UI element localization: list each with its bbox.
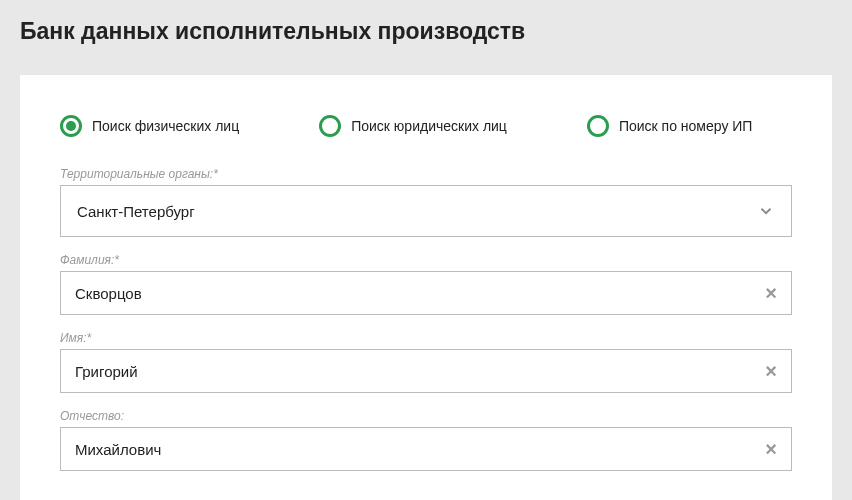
clear-icon[interactable]: × <box>751 438 791 461</box>
radio-label: Поиск юридических лиц <box>351 118 507 134</box>
territory-select[interactable]: Санкт-Петербург <box>60 185 792 237</box>
search-type-radio-group: Поиск физических лиц Поиск юридических л… <box>60 115 792 137</box>
radio-icon <box>319 115 341 137</box>
radio-label: Поиск по номеру ИП <box>619 118 753 134</box>
radio-icon <box>60 115 82 137</box>
firstname-input[interactable] <box>61 351 751 392</box>
header-area: Банк данных исполнительных производств <box>0 0 852 75</box>
radio-label: Поиск физических лиц <box>92 118 239 134</box>
firstname-input-wrapper: × <box>60 349 792 393</box>
radio-icon <box>587 115 609 137</box>
firstname-group: Имя:* × <box>60 331 792 393</box>
form-panel: Поиск физических лиц Поиск юридических л… <box>20 75 832 500</box>
radio-search-individuals[interactable]: Поиск физических лиц <box>60 115 239 137</box>
lastname-label: Фамилия:* <box>60 253 792 267</box>
patronymic-label: Отчество: <box>60 409 792 423</box>
clear-icon[interactable]: × <box>751 282 791 305</box>
lastname-group: Фамилия:* × <box>60 253 792 315</box>
patronymic-group: Отчество: × <box>60 409 792 471</box>
patronymic-input-wrapper: × <box>60 427 792 471</box>
clear-icon[interactable]: × <box>751 360 791 383</box>
lastname-input-wrapper: × <box>60 271 792 315</box>
firstname-label: Имя:* <box>60 331 792 345</box>
page-title: Банк данных исполнительных производств <box>20 18 832 45</box>
lastname-input[interactable] <box>61 273 751 314</box>
territory-group: Территориальные органы:* Санкт-Петербург <box>60 167 792 237</box>
territory-label: Территориальные органы:* <box>60 167 792 181</box>
chevron-down-icon[interactable] <box>741 202 791 220</box>
territory-value: Санкт-Петербург <box>61 189 741 234</box>
radio-search-legal-entities[interactable]: Поиск юридических лиц <box>319 115 507 137</box>
patronymic-input[interactable] <box>61 429 751 470</box>
radio-search-by-number[interactable]: Поиск по номеру ИП <box>587 115 753 137</box>
